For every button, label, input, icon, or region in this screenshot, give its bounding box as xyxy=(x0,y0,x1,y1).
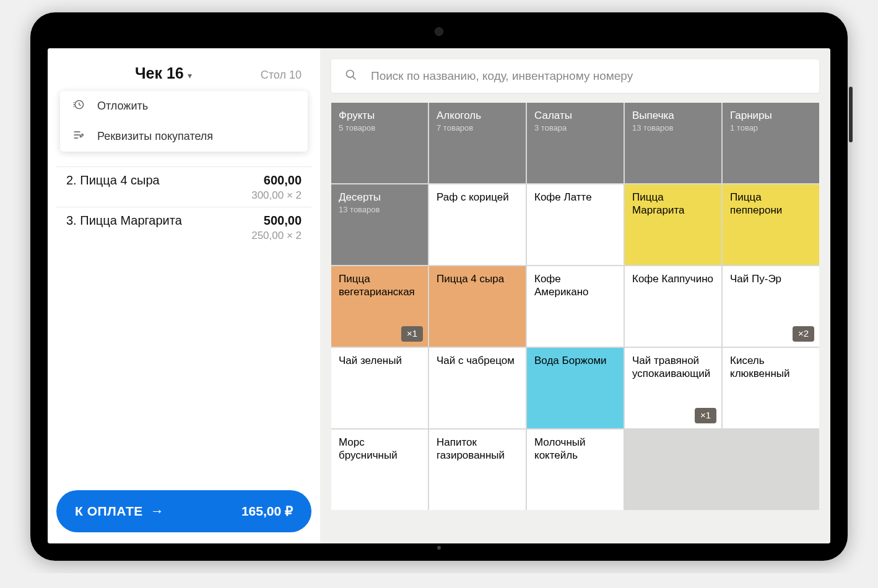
product-tile[interactable]: Морс брусничный xyxy=(331,430,428,510)
tile-name: Раф с корицей xyxy=(437,191,518,204)
edit-list-icon xyxy=(72,129,86,144)
product-tile[interactable]: Вода Боржоми xyxy=(527,348,624,428)
product-tile[interactable]: Кисель клюквенный xyxy=(723,348,819,428)
category-tile[interactable]: Салаты3 товара xyxy=(527,103,624,183)
product-tile[interactable]: Молочный коктейль xyxy=(527,430,624,510)
product-tile[interactable]: Пицца 4 сыра xyxy=(429,266,526,347)
postpone-label: Отложить xyxy=(97,100,148,113)
tile-name: Вода Боржоми xyxy=(534,354,616,367)
check-panel: Чек 16 ▾ Стол 10 Отложить Реквизиты поку… xyxy=(48,48,320,543)
search-input[interactable] xyxy=(371,69,806,83)
arrow-right-icon: → xyxy=(150,503,165,519)
product-tile[interactable]: Чай с чабрецом xyxy=(429,348,526,428)
pay-amount: 165,00 ₽ xyxy=(241,504,293,519)
qty-badge: ×2 xyxy=(793,326,814,342)
customer-details-label: Реквизиты покупателя xyxy=(97,130,213,143)
pay-label: К ОПЛАТЕ xyxy=(75,504,143,519)
tile-name: Гарниры xyxy=(730,109,812,122)
product-tile[interactable]: Чай зеленый xyxy=(331,348,428,428)
tile-name: Кофе Латте xyxy=(534,191,616,204)
tile-name: Пицца 4 сыра xyxy=(437,272,518,285)
tile-name: Выпечка xyxy=(632,109,714,122)
product-grid: Фрукты5 товаровАлкоголь7 товаровСалаты3 … xyxy=(331,103,819,510)
tile-name: Кофе Американо xyxy=(534,272,616,299)
tile-name: Напиток газированный xyxy=(437,436,518,462)
product-tile[interactable]: Кофе Американо xyxy=(527,266,624,347)
tile-name: Десерты xyxy=(339,191,420,204)
tile-count: 7 товаров xyxy=(437,123,518,133)
tile-name: Алкоголь xyxy=(437,109,518,122)
tile-name: Чай Пу-Эр xyxy=(730,272,812,285)
tile-name: Пицца пепперони xyxy=(730,191,812,217)
product-tile[interactable]: Чай травяной успокаивающий×1 xyxy=(625,348,721,428)
table-label: Стол 10 xyxy=(261,69,302,82)
tile-name: Кисель клюквенный xyxy=(730,354,812,381)
qty-badge: ×1 xyxy=(401,326,423,342)
catalog-panel: Фрукты5 товаровАлкоголь7 товаровСалаты3 … xyxy=(320,48,830,543)
tile-count: 13 товаров xyxy=(632,123,714,133)
line-item[interactable]: 3. Пицца Маргарита 500,00 250,00 × 2 xyxy=(56,207,311,247)
tile-name: Пицца Маргарита xyxy=(632,191,714,217)
check-title: Чек 16 xyxy=(135,64,184,82)
postpone-button[interactable]: Отложить xyxy=(60,91,308,121)
line-item-sub: 250,00 × 2 xyxy=(66,230,302,242)
category-tile[interactable]: Алкоголь7 товаров xyxy=(429,103,526,183)
line-item-sub: 300,00 × 2 xyxy=(66,189,302,202)
product-tile[interactable]: Пицца Маргарита xyxy=(625,184,721,265)
tile-name: Морс брусничный xyxy=(339,436,420,462)
tile-count: 13 товаров xyxy=(339,205,420,215)
check-title-dropdown[interactable]: Чек 16 ▾ xyxy=(135,64,192,82)
svg-point-1 xyxy=(347,71,354,78)
product-tile[interactable]: Пицца пепперони xyxy=(723,184,819,265)
line-item-total: 600,00 xyxy=(264,173,302,188)
tile-name: Чай зеленый xyxy=(339,354,420,367)
line-item[interactable]: 2. Пицца 4 сыра 600,00 300,00 × 2 xyxy=(56,166,311,207)
tile-name: Фрукты xyxy=(339,109,420,122)
tile-name: Чай травяной успокаивающий xyxy=(632,354,714,381)
chevron-down-icon: ▾ xyxy=(188,71,192,80)
tile-name: Кофе Каппучино xyxy=(632,272,714,285)
clock-icon xyxy=(72,98,86,114)
product-tile[interactable]: Напиток газированный xyxy=(429,430,526,510)
customer-details-button[interactable]: Реквизиты покупателя xyxy=(60,121,308,152)
line-item-total: 500,00 xyxy=(264,214,302,228)
tile-name: Молочный коктейль xyxy=(534,436,616,462)
screen: Чек 16 ▾ Стол 10 Отложить Реквизиты поку… xyxy=(48,48,830,543)
tile-name: Салаты xyxy=(534,109,616,122)
tile-name: Пицца вегетарианская xyxy=(339,272,420,299)
search-bar[interactable] xyxy=(331,59,819,93)
product-tile[interactable]: Кофе Каппучино xyxy=(625,266,721,347)
camera-dot xyxy=(435,27,443,36)
product-tile[interactable]: Раф с корицей xyxy=(429,184,526,265)
line-item-name: 3. Пицца Маргарита xyxy=(66,214,182,228)
product-tile[interactable]: Чай Пу-Эр×2 xyxy=(723,266,819,347)
qty-badge: ×1 xyxy=(695,408,716,423)
category-tile[interactable]: Выпечка13 товаров xyxy=(625,103,721,183)
search-icon xyxy=(345,69,357,84)
tile-name: Чай с чабрецом xyxy=(437,354,518,367)
pay-button[interactable]: К ОПЛАТЕ → 165,00 ₽ xyxy=(56,490,311,532)
context-menu: Отложить Реквизиты покупателя xyxy=(60,91,308,152)
tablet-device: Чек 16 ▾ Стол 10 Отложить Реквизиты поку… xyxy=(30,12,848,561)
product-tile[interactable]: Пицца вегетарианская×1 xyxy=(331,266,428,347)
line-item-name: 2. Пицца 4 сыра xyxy=(66,173,160,188)
category-tile[interactable]: Гарниры1 товар xyxy=(723,103,819,183)
tile-count: 1 товар xyxy=(730,123,812,133)
check-header: Чек 16 ▾ Стол 10 xyxy=(56,59,311,91)
home-indicator xyxy=(437,546,441,550)
category-tile[interactable]: Десерты13 товаров xyxy=(331,184,428,265)
category-tile[interactable]: Фрукты5 товаров xyxy=(331,103,428,183)
tile-count: 3 товара xyxy=(534,123,616,133)
tile-count: 5 товаров xyxy=(339,123,420,133)
product-tile[interactable]: Кофе Латте xyxy=(527,184,624,265)
